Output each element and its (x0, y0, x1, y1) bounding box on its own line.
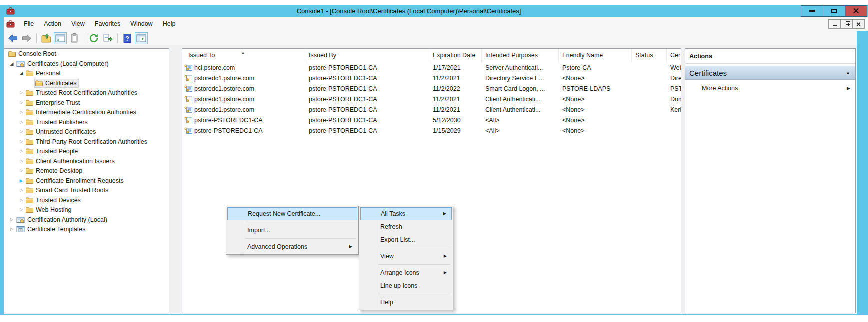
expander-collapsed-icon[interactable]: ▷ (18, 187, 25, 194)
expander-collapsed-icon[interactable]: ▷ (18, 158, 25, 165)
column-header-status[interactable]: Status (632, 49, 667, 62)
expander-collapsed-icon[interactable]: ▷ (8, 216, 16, 223)
tree-item-intermediate-certification-authorities[interactable]: ▷Intermediate Certification Authorities (4, 107, 169, 117)
tree-item-remote-desktop[interactable]: ▷Remote Desktop (4, 166, 169, 176)
column-header-label: Friendly Name (562, 52, 603, 59)
expander-collapsed-icon[interactable]: ▷ (18, 128, 25, 135)
menu-item-label: Advanced Operations (248, 243, 308, 250)
cell-certi: Direc (667, 75, 681, 82)
tree-item-certificates[interactable]: Certificates (4, 78, 169, 88)
folder-icon (26, 139, 34, 145)
expander-collapsed-icon[interactable]: ▷ (18, 109, 25, 116)
tree-item-certification-authority-local[interactable]: ▷Certification Authority (Local) (4, 215, 169, 225)
show-hide-action-pane-button[interactable] (135, 32, 148, 44)
back-button[interactable] (6, 32, 20, 44)
expander-collapsed-icon[interactable]: ▶ (18, 177, 25, 184)
tree-item-personal[interactable]: ◢Personal (4, 68, 169, 78)
show-hide-console-tree-button[interactable] (54, 32, 67, 44)
actions-section-certificates[interactable]: Certificates ▲ (686, 66, 856, 80)
table-row[interactable]: pstoredc1.pstore.compstore-PSTOREDC1-CA1… (182, 83, 681, 94)
menubar-item-file[interactable]: File (19, 17, 39, 31)
expander-expanded-icon[interactable]: ◢ (18, 70, 25, 77)
expander-collapsed-icon[interactable]: ▷ (18, 148, 25, 155)
tree-item-trusted-publishers[interactable]: ▷Trusted Publishers (4, 117, 169, 127)
tree-item-certificate-enrollment-requests[interactable]: ▶Certificate Enrollment Requests (4, 176, 169, 186)
column-header-expiration-date[interactable]: Expiration Date (430, 49, 482, 62)
cell-expiration-date: 11/2/2021 (430, 96, 482, 103)
expander-collapsed-icon[interactable]: ▷ (8, 226, 16, 233)
expander-collapsed-icon[interactable]: ▷ (18, 89, 25, 96)
cell-expiration-date: 1/15/2029 (430, 127, 482, 134)
tree-item-enterprise-trust[interactable]: ▷Enterprise Trust (4, 98, 169, 108)
tree-item-web-hosting[interactable]: ▷Web Hosting (4, 205, 169, 215)
tree-item-console-root[interactable]: Console Root (4, 49, 169, 59)
column-header-issued-by[interactable]: Issued By (306, 49, 430, 62)
context-menu-item-view[interactable]: View▶ (360, 250, 452, 263)
menu-item-label: Help (380, 299, 394, 306)
tree-item-trusted-people[interactable]: ▷Trusted People (4, 146, 169, 156)
table-row[interactable]: pstoredc1.pstore.compstore-PSTOREDC1-CA1… (182, 94, 681, 104)
paste-button[interactable] (68, 32, 81, 44)
more-actions-item[interactable]: More Actions ▶ (686, 82, 856, 95)
menubar-item-favorites[interactable]: Favorites (90, 17, 126, 31)
expander-collapsed-icon[interactable]: ▷ (18, 138, 25, 145)
expander-collapsed-icon[interactable]: ▷ (18, 206, 25, 213)
context-menu-item-arrange-icons[interactable]: Arrange Icons▶ (360, 266, 452, 279)
child-close-button[interactable] (852, 19, 865, 29)
expander-expanded-icon[interactable]: ◢ (8, 60, 16, 67)
child-window-controls (829, 19, 865, 29)
tree-item-certificate-templates[interactable]: ▷Certificate Templates (4, 224, 169, 234)
context-menu-item-help[interactable]: Help (360, 296, 452, 309)
help-button[interactable]: ? (121, 32, 134, 44)
up-one-level-button[interactable] (40, 32, 53, 44)
close-button[interactable] (845, 5, 868, 17)
menu-item-label: Export List... (380, 236, 415, 243)
certificate-icon (184, 75, 192, 81)
column-header-issued-to[interactable]: Issued To▲ (182, 49, 306, 62)
context-menu-item-all-tasks[interactable]: All Tasks▶ (360, 207, 452, 220)
expander-collapsed-icon[interactable]: ▷ (18, 99, 25, 106)
tree-item-trusted-root-certification-authorities[interactable]: ▷Trusted Root Certification Authorities (4, 88, 169, 98)
column-header-certi[interactable]: Certi (667, 49, 681, 62)
export-list-button[interactable] (102, 32, 114, 44)
menu-bar: FileActionViewFavoritesWindowHelp (4, 17, 868, 31)
tree-item-untrusted-certificates[interactable]: ▷Untrusted Certificates (4, 127, 169, 137)
context-menu-item-refresh[interactable]: Refresh (360, 220, 452, 233)
tree-item-third-party-root-certification-authorities[interactable]: ▷Third-Party Root Certification Authorit… (4, 137, 169, 147)
child-restore-button[interactable] (840, 19, 853, 29)
refresh-button[interactable] (88, 32, 100, 44)
column-header-intended-purposes[interactable]: Intended Purposes (482, 49, 559, 62)
context-menu-item-line-up-icons[interactable]: Line up Icons (360, 279, 452, 292)
collapse-section-icon[interactable]: ▲ (846, 70, 850, 75)
child-minimize-button[interactable] (828, 19, 841, 29)
table-row[interactable]: pstore-PSTOREDC1-CApstore-PSTOREDC1-CA1/… (182, 125, 681, 136)
expander-collapsed-icon[interactable]: ▷ (18, 167, 25, 174)
tree-item-client-authentication-issuers[interactable]: ▷Client Authentication Issuers (4, 156, 169, 166)
forward-button[interactable] (20, 32, 34, 44)
table-row[interactable]: pstoredc1.pstore.compstore-PSTOREDC1-CA1… (182, 73, 681, 83)
table-row[interactable]: pstoredc1.pstore.compstore-PSTOREDC1-CA1… (182, 104, 681, 115)
context-menu-item-export-list[interactable]: Export List... (360, 233, 452, 246)
expander-collapsed-icon[interactable]: ▷ (18, 119, 25, 126)
tree-item-trusted-devices[interactable]: ▷Trusted Devices (4, 195, 169, 205)
table-row[interactable]: pstore-PSTOREDC1-CApstore-PSTOREDC1-CA5/… (182, 115, 681, 125)
folder-icon (26, 197, 34, 203)
all-tasks-submenu-item-advanced-operations[interactable]: Advanced Operations▶ (228, 240, 358, 253)
menubar-item-window[interactable]: Window (126, 17, 158, 31)
submenu-arrow-icon: ▶ (444, 250, 447, 263)
cell-friendly-name: <None> (559, 106, 632, 113)
export-list-icon (102, 33, 114, 44)
tree-item-label: Client Authentication Issuers (36, 158, 115, 165)
tree-item-certificates-local-computer[interactable]: ◢Certificates (Local Computer) (4, 59, 169, 69)
menubar-item-help[interactable]: Help (158, 17, 181, 31)
menubar-item-action[interactable]: Action (39, 17, 66, 31)
all-tasks-submenu-item-import[interactable]: Import... (228, 224, 358, 237)
maximize-button[interactable] (823, 5, 846, 17)
expander-collapsed-icon[interactable]: ▷ (18, 197, 25, 204)
column-header-friendly-name[interactable]: Friendly Name (559, 49, 632, 62)
table-row[interactable]: hci.pstore.compstore-PSTOREDC1-CA1/17/20… (182, 62, 681, 73)
all-tasks-submenu-item-request-new-certificate[interactable]: Request New Certificate... (228, 207, 358, 220)
menubar-item-view[interactable]: View (66, 17, 90, 31)
minimize-button[interactable] (801, 5, 824, 17)
tree-item-smart-card-trusted-roots[interactable]: ▷Smart Card Trusted Roots (4, 185, 169, 195)
